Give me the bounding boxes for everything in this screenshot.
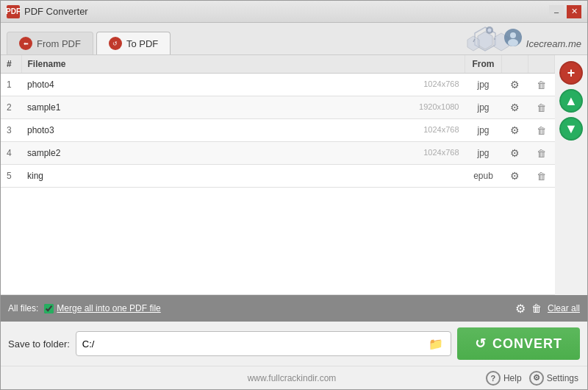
filename-text: king	[27, 171, 43, 181]
table-row: 3 photo3 1024x768 jpg ⚙ 🗑	[1, 119, 555, 142]
main-content: # Filename From 1 photo4 1024x768 jpg ⚙	[1, 55, 587, 295]
save-to-folder-label: Save to folder:	[8, 338, 70, 350]
row-from: jpg	[465, 74, 502, 96]
row-settings-cell: ⚙	[502, 165, 528, 188]
browse-folder-icon[interactable]: 📁	[427, 335, 445, 352]
minimize-button[interactable]: –	[549, 5, 564, 18]
row-filename: king	[21, 165, 465, 188]
filename-text: photo4	[27, 79, 54, 90]
row-num: 1	[1, 74, 21, 96]
row-settings-icon[interactable]: ⚙	[508, 146, 523, 160]
row-num: 4	[1, 142, 21, 165]
convert-button[interactable]: ↺ CONVERT	[457, 327, 580, 360]
row-delete-icon[interactable]: 🗑	[534, 77, 549, 92]
merge-link[interactable]: Merge all into one PDF file	[57, 303, 160, 313]
save-path-input[interactable]	[82, 338, 427, 350]
settings-label: Settings	[547, 373, 578, 383]
row-delete-cell: 🗑	[528, 74, 555, 96]
footer-buttons: ? Help ⚙ Settings	[486, 371, 578, 386]
footer: www.fullcrackindir.com ? Help ⚙ Settings	[1, 366, 587, 389]
filename-text: sample2	[27, 148, 60, 158]
bottom-settings-icon[interactable]: ⚙	[515, 302, 526, 316]
row-filename: photo4 1024x768	[21, 74, 465, 96]
row-settings-cell: ⚙	[502, 74, 528, 96]
row-delete-icon[interactable]: 🗑	[534, 146, 549, 160]
settings-icon: ⚙	[529, 371, 544, 386]
row-delete-cell: 🗑	[528, 142, 555, 165]
logo-text: Icecream.me	[526, 38, 581, 49]
row-settings-icon[interactable]: ⚙	[508, 123, 523, 138]
window-title: PDF Converter	[24, 6, 88, 17]
settings-button[interactable]: ⚙ Settings	[529, 371, 578, 386]
merge-checkbox-area[interactable]: Merge all into one PDF file	[44, 303, 160, 313]
row-size: 1024x768	[423, 79, 459, 88]
help-label: Help	[503, 373, 522, 383]
svg-marker-3	[467, 36, 479, 51]
row-num: 5	[1, 165, 21, 188]
row-num: 2	[1, 96, 21, 119]
logo-area: Icecream.me	[463, 26, 581, 61]
tab-to-pdf[interactable]: ↺ To PDF	[96, 32, 171, 54]
tabs-area: ⬅ From PDF ↺ To PDF	[1, 23, 587, 55]
row-delete-icon[interactable]: 🗑	[534, 100, 549, 115]
row-delete-cell: 🗑	[528, 165, 555, 188]
row-delete-icon[interactable]: 🗑	[534, 169, 549, 183]
row-from: jpg	[465, 96, 502, 119]
bottom-trash-icon[interactable]: 🗑	[531, 302, 542, 314]
table-empty-area	[1, 188, 555, 295]
to-pdf-tab-icon: ↺	[109, 37, 122, 50]
row-settings-icon[interactable]: ⚙	[508, 169, 523, 183]
col-header-num: #	[1, 55, 21, 74]
title-bar: PDF PDF Converter – ✕	[1, 1, 587, 23]
row-size: 1024x768	[423, 148, 459, 157]
title-bar-left: PDF PDF Converter	[7, 5, 88, 18]
row-filename: sample1 1920x1080	[21, 96, 465, 119]
row-num: 3	[1, 119, 21, 142]
all-files-label: All files:	[8, 303, 38, 313]
row-settings-cell: ⚙	[502, 142, 528, 165]
row-filename: sample2 1024x768	[21, 142, 465, 165]
svg-point-5	[487, 29, 491, 32]
table-row: 4 sample2 1024x768 jpg ⚙ 🗑	[1, 142, 555, 165]
add-file-button[interactable]: +	[559, 61, 583, 85]
save-input-wrapper: 📁	[76, 331, 451, 356]
logo-graphic	[463, 26, 522, 61]
row-from: epub	[465, 165, 502, 188]
row-settings-cell: ⚙	[502, 96, 528, 119]
save-area: Save to folder: 📁 ↺ CONVERT	[1, 322, 587, 366]
row-delete-cell: 🗑	[528, 96, 555, 119]
row-settings-icon[interactable]: ⚙	[508, 100, 523, 115]
merge-checkbox[interactable]	[44, 304, 54, 313]
row-filename: photo3 1024x768	[21, 119, 465, 142]
clear-all-link[interactable]: Clear all	[548, 303, 580, 313]
convert-refresh-icon: ↺	[475, 336, 487, 352]
tab-from-pdf[interactable]: ⬅ From PDF	[7, 32, 93, 54]
tab-from-pdf-label: From PDF	[37, 38, 81, 49]
file-table: # Filename From 1 photo4 1024x768 jpg ⚙	[1, 55, 555, 188]
footer-url: www.fullcrackindir.com	[98, 373, 486, 383]
move-down-button[interactable]: ▼	[559, 117, 583, 141]
table-row: 2 sample1 1920x1080 jpg ⚙ 🗑	[1, 96, 555, 119]
help-button[interactable]: ? Help	[486, 371, 522, 386]
svg-marker-1	[478, 32, 492, 49]
move-up-button[interactable]: ▲	[559, 89, 583, 113]
table-row: 1 photo4 1024x768 jpg ⚙ 🗑	[1, 74, 555, 96]
tab-to-pdf-label: To PDF	[126, 38, 158, 49]
right-action-buttons: + ▲ ▼	[555, 55, 587, 295]
from-pdf-tab-icon: ⬅	[19, 37, 32, 50]
bottom-bar: All files: Merge all into one PDF file ⚙…	[1, 295, 587, 322]
table-row: 5 king epub ⚙ 🗑	[1, 165, 555, 188]
row-size: 1920x1080	[419, 102, 459, 111]
row-delete-icon[interactable]: 🗑	[534, 123, 549, 138]
row-settings-cell: ⚙	[502, 119, 528, 142]
filename-text: photo3	[27, 125, 54, 135]
row-size: 1024x768	[423, 125, 459, 134]
help-icon: ?	[486, 371, 501, 386]
file-table-area: # Filename From 1 photo4 1024x768 jpg ⚙	[1, 55, 555, 295]
close-button[interactable]: ✕	[567, 5, 581, 18]
row-settings-icon[interactable]: ⚙	[508, 77, 523, 92]
filename-text: sample1	[27, 102, 60, 113]
app-icon: PDF	[7, 5, 20, 18]
col-header-filename: Filename	[21, 55, 465, 74]
row-from: jpg	[465, 119, 502, 142]
